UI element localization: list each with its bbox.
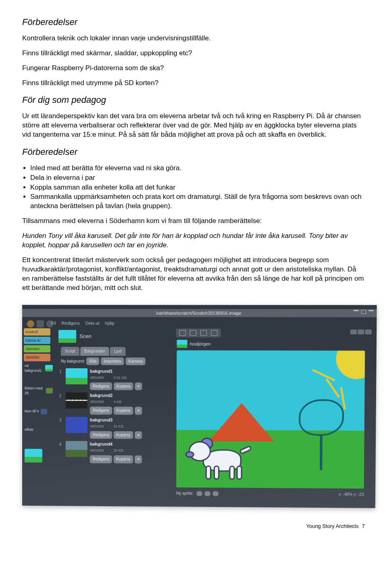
section1-line2: Finns tillräckligt med skärmar, sladdar,… bbox=[22, 49, 365, 58]
background-row[interactable]: 1 bakgrund1 480x3600.01 KB Redigera Kopi… bbox=[59, 368, 169, 390]
bg-size: 4 KB bbox=[114, 399, 122, 404]
bg-size: 31 KB bbox=[114, 424, 124, 429]
new-sprite-label: Ny sprite: bbox=[176, 490, 194, 496]
bg-name: bakgrund2 bbox=[90, 392, 142, 398]
stage-thumb-icon[interactable] bbox=[58, 330, 76, 343]
stage-canvas[interactable] bbox=[176, 350, 365, 488]
delete-bg-icon[interactable]: ✕ bbox=[135, 382, 142, 390]
bg-name: bakgrund3 bbox=[90, 417, 142, 423]
redigera-button[interactable]: Redigera bbox=[90, 407, 112, 415]
menu-bar: Fil Redigera Dela ut hjälp bbox=[51, 320, 114, 326]
surprise-sprite-icon[interactable] bbox=[213, 491, 218, 496]
kopiera-button[interactable]: Kopiera bbox=[114, 382, 133, 390]
bg-dims: 480x360 bbox=[90, 448, 104, 453]
kamera-button[interactable]: Kamera bbox=[126, 357, 146, 365]
palette-block[interactable]: fekten med 25 bbox=[25, 386, 53, 396]
view-small-icon[interactable] bbox=[350, 329, 357, 334]
bg-dims: 480x360 bbox=[90, 424, 104, 429]
stage-coords: x: -48% y: -23 bbox=[339, 492, 364, 497]
window-titlebar: /usr/share/scratch/Scratch20130916.image bbox=[22, 309, 377, 317]
section3-conclusion: Ett koncentrerat litterärt mästerverk so… bbox=[22, 256, 365, 293]
importera-button[interactable]: Importera bbox=[101, 357, 124, 365]
toolbar-left bbox=[27, 320, 54, 327]
canvas-tree bbox=[298, 399, 344, 470]
sprite-header: hostjörgen bbox=[177, 340, 210, 348]
background-row[interactable]: 2 bakgrund2 480x3604 KB Redigera Kopiera… bbox=[59, 392, 169, 415]
palette-block[interactable]: effekt bbox=[25, 427, 53, 432]
heading-forberedelser-2: Förberedelser bbox=[22, 146, 365, 158]
redigera-button[interactable]: Redigera bbox=[90, 431, 112, 439]
section1-line1: Kontrollera teknik och lokaler innan var… bbox=[22, 34, 365, 43]
bg-thumb-icon[interactable] bbox=[66, 392, 87, 409]
maximize-icon[interactable] bbox=[361, 310, 366, 314]
menu-redigera[interactable]: Redigera bbox=[62, 320, 80, 326]
block-categories: Kontroll Känna av Operator Variabler bbox=[22, 328, 50, 361]
grow-icon[interactable] bbox=[200, 330, 207, 336]
tab-script[interactable]: Script bbox=[61, 347, 79, 356]
section1-line3: Fungerar Raspberry Pi-datorerna som de s… bbox=[22, 64, 365, 73]
view-mode-toggle[interactable] bbox=[350, 329, 372, 334]
palette-thumb[interactable] bbox=[25, 448, 53, 462]
kopiera-button[interactable]: Kopiera bbox=[113, 455, 133, 463]
footer-title: Young Story Architects bbox=[306, 523, 358, 530]
paint-sprite-icon[interactable] bbox=[197, 491, 202, 496]
section3-story: Hunden Tony vill åka karusell. Det går i… bbox=[22, 231, 365, 250]
new-bg-label: Ny bakgrund: bbox=[61, 358, 85, 364]
block-swatch bbox=[45, 365, 53, 371]
bg-thumb-icon[interactable] bbox=[66, 417, 87, 433]
page-footer: Young Story Architects 7 bbox=[22, 523, 365, 530]
palette-block[interactable]: kten till 0 bbox=[25, 409, 53, 414]
choose-sprite-icon[interactable] bbox=[205, 491, 210, 496]
bg-thumb-icon[interactable] bbox=[66, 441, 87, 457]
tab-bakgrunder[interactable]: Bakgrunder bbox=[80, 347, 109, 356]
sprite-thumb-icon[interactable] bbox=[177, 340, 187, 348]
list-item: Inled med att berätta för eleverna vad n… bbox=[30, 164, 365, 173]
stamp-icon[interactable] bbox=[179, 330, 186, 336]
window-controls[interactable] bbox=[354, 310, 373, 314]
tab-ljud[interactable]: Ljud bbox=[110, 347, 126, 356]
close-icon[interactable] bbox=[368, 310, 373, 311]
rita-button[interactable]: Rita bbox=[87, 357, 100, 365]
category-kanna-av[interactable]: Känna av bbox=[24, 337, 50, 344]
scratch-logo-icon[interactable] bbox=[27, 320, 34, 327]
section3-list: Inled med att berätta för eleverna vad n… bbox=[22, 164, 365, 211]
stage-panel: Scen Script Bakgrunder Ljud Ny bakgrund:… bbox=[55, 328, 169, 463]
background-row[interactable]: 4 bakgrund4 480x36025 KB Redigera Kopier… bbox=[59, 441, 169, 464]
block-label: effekt bbox=[25, 427, 33, 432]
canvas-dog bbox=[189, 435, 254, 480]
view-medium-icon[interactable] bbox=[358, 329, 364, 334]
bg-thumb-icon[interactable] bbox=[66, 368, 87, 384]
heading-pedagog: För dig som pedagog bbox=[22, 94, 365, 106]
menu-fil[interactable]: Fil bbox=[51, 320, 56, 326]
menu-hjalp[interactable]: hjälp bbox=[105, 320, 114, 326]
category-operator[interactable]: Operator bbox=[24, 345, 50, 352]
edit-toolbar bbox=[176, 328, 221, 337]
menu-dela[interactable]: Dela ut bbox=[85, 320, 99, 326]
bg-number: 4 bbox=[59, 441, 63, 447]
redigera-button[interactable]: Redigera bbox=[90, 382, 112, 390]
block-label: kten till 0 bbox=[25, 409, 39, 414]
category-kontroll[interactable]: Kontroll bbox=[24, 328, 50, 336]
list-item: Sammankalla uppmärksamheten och prata ko… bbox=[30, 192, 365, 211]
thumb-icon bbox=[25, 448, 42, 462]
stage-tabs: Script Bakgrunder Ljud bbox=[61, 347, 169, 356]
kopiera-button[interactable]: Kopiera bbox=[114, 431, 133, 439]
category-variabler[interactable]: Variabler bbox=[24, 354, 50, 361]
redigera-button[interactable]: Redigera bbox=[90, 455, 112, 463]
bg-size: 25 KB bbox=[113, 448, 123, 453]
heading-forberedelser-1: Förberedelser bbox=[22, 16, 365, 28]
background-row[interactable]: 3 bakgrund3 480x36031 KB Redigera Kopier… bbox=[59, 417, 169, 440]
cut-icon[interactable] bbox=[190, 330, 196, 336]
palette-block[interactable]: nd bakgrund1 bbox=[25, 363, 53, 373]
delete-bg-icon[interactable]: ✕ bbox=[135, 431, 142, 439]
bg-dims: 480x360 bbox=[90, 375, 104, 380]
kopiera-button[interactable]: Kopiera bbox=[114, 407, 133, 415]
bg-number: 2 bbox=[59, 392, 63, 398]
shrink-icon[interactable] bbox=[211, 330, 217, 336]
minimize-icon[interactable] bbox=[354, 310, 358, 311]
delete-bg-icon[interactable]: ✕ bbox=[135, 407, 142, 415]
save-icon[interactable] bbox=[37, 320, 44, 327]
view-presentation-icon[interactable] bbox=[365, 329, 372, 334]
stage-label: Scen bbox=[79, 333, 92, 340]
delete-bg-icon[interactable]: ✕ bbox=[135, 456, 142, 464]
